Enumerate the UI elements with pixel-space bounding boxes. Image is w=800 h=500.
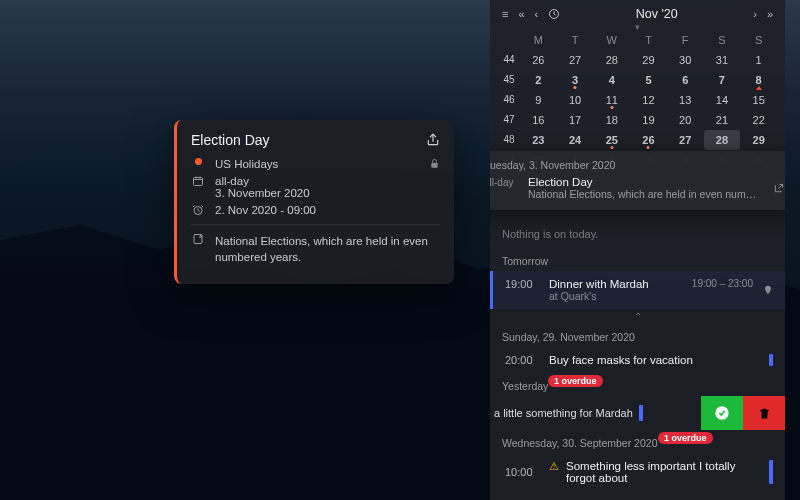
agenda-item-title: Dinner with Mardah [549,278,682,290]
calendar-day-cell[interactable]: 27 [667,130,704,150]
calendar-day-cell[interactable]: 27 [557,50,594,70]
calendar-day-cell[interactable]: 8 [740,70,777,90]
agenda-item-title: Buy face masks for vacation [549,354,759,366]
popover-allday-label: all-day [490,176,518,188]
calendar-day-cell[interactable]: 25 [593,130,630,150]
calendar-day-cell[interactable]: 3 [557,70,594,90]
calendar-day-cell[interactable]: 19 [630,110,667,130]
location-icon [763,285,773,295]
weekday: T [557,34,594,46]
calendar-day-cell[interactable]: 24 [557,130,594,150]
popover-event[interactable]: all-day Election Day National Elections,… [490,176,784,200]
next-year-button[interactable]: » [765,6,775,22]
weekday: W [593,34,630,46]
calendar-day-cell[interactable]: 22 [740,110,777,130]
calendar-day-cell[interactable]: 13 [667,90,704,110]
agenda-item-time: 20:00 [505,354,539,366]
calendar-day-cell[interactable]: 5 [630,70,667,90]
calendar-day-cell[interactable]: 30 [667,50,704,70]
week-number: 46 [498,90,520,110]
weekday: S [704,34,741,46]
event-notes: National Elections, which are held in ev… [215,233,440,265]
calendar-day-cell[interactable]: 28 [704,130,741,150]
agenda-item-title: a little something for Mardah [494,407,633,419]
calendar-day-cell[interactable]: 26 [630,130,667,150]
alarm-icon [191,204,205,216]
agenda-item[interactable]: 10:00 ⚠ Something less important I total… [490,453,785,491]
popover-event-title: Election Day [528,176,763,188]
agenda-item-swiped: a little something for Mardah [490,396,785,430]
svg-rect-0 [431,163,437,168]
calendar-day-cell[interactable]: 29 [740,130,777,150]
calendar-day-cell[interactable]: 7 [704,70,741,90]
calendar-day-cell[interactable]: 11 [593,90,630,110]
today-button[interactable] [546,6,562,22]
calendar-day-cell[interactable]: 23 [520,130,557,150]
agenda-section-sunday: Sunday, 29. November 2020 [490,324,785,347]
notes-icon [191,233,205,245]
svg-rect-1 [194,178,203,186]
calendar-icon [191,175,205,187]
event-calendar-name: US Holidays [215,158,419,170]
overdue-badge: 1 overdue [658,432,713,444]
calendar-day-cell[interactable]: 1 [740,50,777,70]
calendar-day-cell[interactable]: 26 [520,50,557,70]
event-title: Election Day [191,132,270,148]
event-detail-card: Election Day US Holidays all-day 3. Nove… [174,120,454,284]
week-number: 44 [498,50,520,70]
agenda-section-tomorrow: Tomorrow [490,248,785,271]
agenda-item[interactable]: a little something for Mardah [490,396,701,430]
calendar-day-cell[interactable]: 31 [704,50,741,70]
agenda-section-label: Yesterday [502,380,548,392]
agenda-list: Nothing is on today. Tomorrow 19:00 Dinn… [490,176,785,491]
calendar-color-dot [195,158,202,165]
event-color-bar [769,460,773,484]
share-icon[interactable] [426,133,440,147]
event-allday-label: all-day [215,175,440,187]
calendar-day-cell[interactable]: 18 [593,110,630,130]
calendar-day-cell[interactable]: 20 [667,110,704,130]
month-label[interactable]: Nov '20 [568,7,745,21]
calendar-day-cell[interactable]: 17 [557,110,594,130]
calendar-day-cell[interactable]: 16 [520,110,557,130]
week-number: 45 [498,70,520,90]
calendar-day-cell[interactable]: 29 [630,50,667,70]
event-color-bar [639,405,643,421]
weekday: M [520,34,557,46]
next-month-button[interactable]: › [751,6,759,22]
calendar-day-cell[interactable]: 21 [704,110,741,130]
prev-month-button[interactable]: ‹ [533,6,541,22]
prev-year-button[interactable]: « [516,6,526,22]
calendar-week-row: 469101112131415 [498,90,777,110]
calendar-day-cell[interactable]: 15 [740,90,777,110]
lock-icon [429,158,440,169]
calendar-day-cell[interactable]: 4 [593,70,630,90]
delete-button[interactable] [743,396,785,430]
agenda-item-time: 10:00 [505,466,539,478]
calendar-day-cell[interactable]: 6 [667,70,704,90]
agenda-item[interactable]: 20:00 Buy face masks for vacation [490,347,785,373]
calendar-panel: ≡ « ‹ Nov '20 › » ▾ M T W T F S S 442627… [490,0,785,500]
calendar-week-row: 442627282930311 [498,50,777,70]
popover-event-desc: National Elections, which are held in ev… [528,188,758,200]
agenda-section-yesterday: Yesterday 1 overdue [490,373,785,396]
calendar-day-cell[interactable]: 9 [520,90,557,110]
calendar-day-cell[interactable]: 10 [557,90,594,110]
calendar-day-cell[interactable]: 28 [593,50,630,70]
agenda-section-label: Wednesday, 30. September 2020 [502,437,657,449]
event-color-bar [769,354,773,366]
calendar-day-cell[interactable]: 2 [520,70,557,90]
open-icon[interactable] [773,183,784,194]
collapse-icon[interactable]: ⌃ [490,309,785,324]
agenda-item-timerange: 19:00 – 23:00 [692,278,753,289]
weekday: S [740,34,777,46]
complete-button[interactable] [701,396,743,430]
warning-icon: ⚠ [549,460,559,473]
menu-icon[interactable]: ≡ [500,6,510,22]
agenda-item-title: Something less important I totally forgo… [566,460,759,484]
calendar-week-row: 452345678 [498,70,777,90]
agenda-item[interactable]: 19:00 Dinner with Mardah at Quark's 19:0… [490,271,785,309]
calendar-day-cell[interactable]: 12 [630,90,667,110]
calendar-day-cell[interactable]: 14 [704,90,741,110]
week-number: 47 [498,110,520,130]
